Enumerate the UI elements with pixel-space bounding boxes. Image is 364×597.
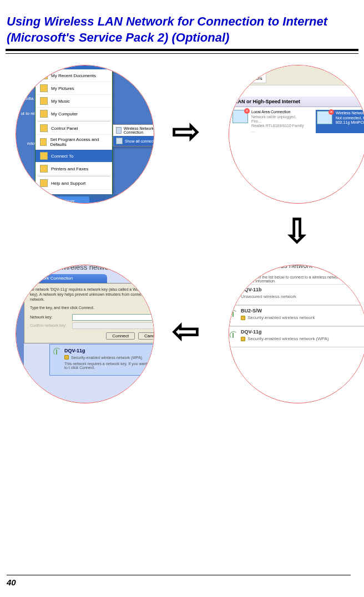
printer-icon bbox=[40, 165, 48, 173]
start-menu-item[interactable]: My Music bbox=[36, 95, 112, 108]
start-menu-item[interactable]: Run... bbox=[36, 203, 112, 204]
confirm-key-input bbox=[72, 322, 154, 329]
start-menu-item[interactable]: Help and Support bbox=[36, 177, 112, 190]
arrow-down-icon: ⇩ bbox=[283, 215, 311, 248]
network-desc: Security-enabled wireless network (WPA) bbox=[64, 355, 154, 360]
control-panel-icon bbox=[40, 124, 48, 132]
start-button[interactable]: rns bbox=[16, 194, 36, 204]
disconnected-icon: × bbox=[328, 109, 334, 115]
search-icon bbox=[40, 192, 48, 200]
connection-sub: Realtek RTL8169/8110 Family ... bbox=[251, 124, 307, 133]
antenna-icon bbox=[53, 348, 60, 355]
menu-divider bbox=[38, 121, 110, 122]
connection-sub: Network cable unplugged, Fire... bbox=[251, 115, 307, 124]
flyout-item-showall[interactable]: Show all connections bbox=[113, 136, 154, 146]
network-icon bbox=[40, 152, 48, 160]
disconnected-icon: × bbox=[244, 108, 250, 114]
wireless-tasks-sidebar: etwork fferent dvanced bbox=[16, 265, 24, 403]
divider-thin bbox=[6, 53, 358, 54]
start-menu-item[interactable]: My Pictures bbox=[36, 82, 112, 95]
arrow-right-icon: ⇨ bbox=[172, 115, 200, 148]
network-desc: Unsecured wireless network bbox=[241, 294, 364, 299]
programs-icon bbox=[40, 138, 47, 146]
network-key-input[interactable] bbox=[72, 314, 154, 321]
connect-button[interactable]: Connect bbox=[106, 332, 135, 340]
start-menu-item[interactable]: My Recent Documents bbox=[36, 69, 112, 82]
antenna-icon bbox=[230, 331, 236, 338]
connect-to-flyout[interactable]: Wireless Network Connection Show all con… bbox=[113, 124, 154, 146]
sidebar-link[interactable]: etwork bbox=[16, 315, 22, 323]
arrow-left-icon: ⇦ bbox=[172, 315, 200, 348]
lan-icon: × bbox=[232, 110, 248, 123]
start-menu-item-connect-to[interactable]: Connect To bbox=[36, 150, 112, 163]
group-header: LAN or High-Speed Internet bbox=[229, 97, 364, 107]
taskbar-tab[interactable]: dows Media Player bbox=[39, 196, 89, 204]
network-name: BU2-S/W bbox=[241, 308, 364, 313]
diagram-area: ansfer edia Player ut to rebooter ayer n… bbox=[0, 65, 364, 453]
flyout-item-wireless[interactable]: Wireless Network Connection bbox=[113, 125, 154, 136]
wireless-network-item[interactable]: BU2-S/W Security-enabled wireless networ… bbox=[229, 305, 364, 326]
folder-icon bbox=[40, 84, 48, 92]
wireless-icon: × bbox=[317, 111, 332, 124]
folder-icon bbox=[40, 72, 48, 79]
dialog-text: Type the key, and then click Connect. bbox=[30, 305, 154, 310]
antenna-icon bbox=[230, 310, 236, 317]
network-desc: Security-enabled wireless network bbox=[241, 315, 364, 320]
wireless-network-list: DQV-11b Unsecured wireless network BU2-S… bbox=[229, 284, 364, 347]
network-name: DQV-11b bbox=[241, 287, 364, 292]
start-menu-item[interactable]: My Computer bbox=[36, 108, 112, 120]
network-key-label: Network key: bbox=[30, 315, 69, 319]
connection-name: Wireless Network bbox=[336, 111, 364, 115]
cancel-button[interactable]: Cancel bbox=[138, 332, 154, 340]
network-name: DQV-11g bbox=[241, 329, 364, 335]
lock-icon bbox=[241, 337, 245, 341]
connections-icon bbox=[116, 138, 123, 144]
toolbar: Help Folders bbox=[229, 65, 364, 85]
network-key-dialog: he network 'DQV-11g' requires a network … bbox=[24, 283, 154, 343]
start-menu-header bbox=[36, 65, 112, 69]
screenshot-network-key: etwork fferent dvanced Choose a wireless… bbox=[16, 265, 154, 403]
network-hint: This network requires a network key. If … bbox=[64, 362, 154, 370]
sidebar-link[interactable]: dvanced bbox=[16, 332, 22, 341]
wireless-network-item[interactable]: DQV-11g Security-enabled wireless networ… bbox=[229, 326, 364, 347]
dialog-text: he network 'DQV-11g' requires a network … bbox=[30, 287, 154, 302]
lock-icon bbox=[241, 316, 245, 320]
antenna-icon bbox=[230, 289, 236, 296]
network-name: DQV-11g bbox=[64, 348, 154, 353]
connection-sub: 802.11g MiniPCI W bbox=[336, 120, 364, 125]
screenshot-wireless-list: oose a wireless network Click an item in… bbox=[229, 265, 364, 403]
lock-icon bbox=[64, 355, 69, 360]
wireless-list-title: oose a wireless network bbox=[241, 265, 312, 270]
dialog-titlebar: ss Network Connection bbox=[24, 274, 107, 283]
sidebar-link[interactable]: fferent bbox=[16, 324, 22, 332]
start-menu-item[interactable]: Control Panel bbox=[36, 122, 112, 135]
start-menu-item[interactable]: Set Program Access and Defaults bbox=[36, 135, 112, 150]
wireless-list-subtitle: Click an item in the list below to conne… bbox=[229, 274, 364, 284]
network-desc: Security-enabled wireless network (WPA) bbox=[241, 336, 364, 341]
wireless-network-item[interactable]: DQV-11b Unsecured wireless network bbox=[229, 284, 364, 305]
menu-divider bbox=[38, 176, 110, 176]
connection-sub: Not connected, Fir bbox=[336, 116, 364, 120]
screenshot-start-menu: ansfer edia Player ut to rebooter ayer n… bbox=[16, 65, 154, 204]
wireless-icon bbox=[116, 127, 122, 134]
menu-help[interactable]: Help bbox=[236, 65, 245, 70]
start-menu[interactable]: My Recent Documents My Pictures My Music… bbox=[35, 65, 113, 204]
confirm-key-label: Confirm network key: bbox=[30, 323, 69, 327]
divider-thick bbox=[6, 49, 358, 51]
start-menu-item[interactable]: Printers and Faxes bbox=[36, 163, 112, 175]
screenshot-network-connections: Help Folders LAN or High-Speed Internet … bbox=[229, 65, 364, 204]
page-title: Using Wireless LAN Network for Connectio… bbox=[0, 0, 364, 49]
connection-wireless[interactable]: × Wireless Network Not connected, Fir 80… bbox=[316, 110, 364, 133]
page-number: 40 bbox=[7, 575, 351, 587]
help-icon bbox=[40, 179, 48, 187]
computer-icon bbox=[40, 110, 48, 118]
folder-icon bbox=[237, 75, 245, 82]
folder-icon bbox=[40, 97, 48, 105]
connection-name: Local Area Connection bbox=[251, 110, 307, 114]
folders-button[interactable]: Folders bbox=[234, 73, 266, 83]
selected-network-panel[interactable]: DQV-11g Security-enabled wireless networ… bbox=[49, 344, 154, 376]
wireless-title: Choose a wireless network bbox=[24, 265, 154, 274]
connection-lan[interactable]: × Local Area Connection Network cable un… bbox=[232, 110, 307, 133]
